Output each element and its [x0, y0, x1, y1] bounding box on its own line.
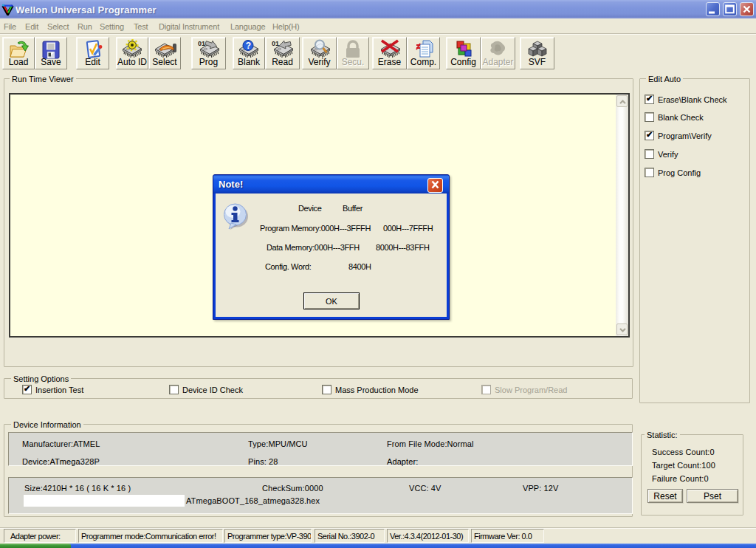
svg-text:01: 01 [272, 40, 279, 47]
svg-text:?: ? [246, 41, 251, 51]
svg-text:01: 01 [198, 40, 205, 47]
